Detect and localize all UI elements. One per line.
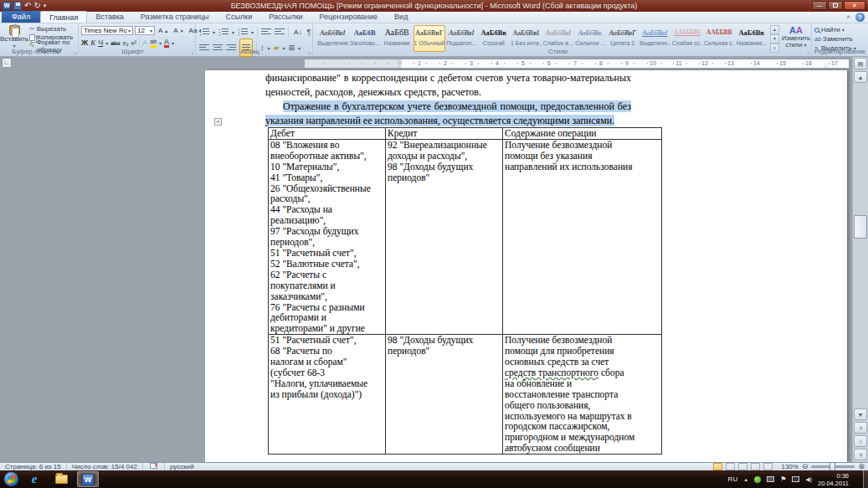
show-marks-button[interactable]: ¶ <box>306 28 311 36</box>
tab-page-layout[interactable]: Разметка страницы <box>132 11 218 23</box>
highlight-color-button[interactable]: ab <box>150 39 157 48</box>
cell-operation-2[interactable]: Получение безвозмездной помощи для приоб… <box>503 335 662 455</box>
paragraph-line[interactable]: финансирование" в корреспонденции с дебе… <box>265 71 631 85</box>
zoom-in-icon[interactable]: ⊕ <box>858 463 865 470</box>
previous-page-icon[interactable]: « <box>854 422 867 434</box>
cell-debit-1[interactable]: 08 "Вложения во внеоборотные активы", 10… <box>269 139 386 334</box>
body-text[interactable]: финансирование" в корреспонденции с дебе… <box>265 71 631 128</box>
action-center-flag-icon[interactable]: ⚑ <box>780 475 786 483</box>
paragraph-line[interactable]: ценностей, расходов, денежных средств, р… <box>265 85 631 100</box>
display-icon[interactable] <box>792 476 799 482</box>
print-layout-view-icon[interactable] <box>713 463 722 470</box>
superscript-button[interactable]: x² <box>131 39 137 47</box>
clock[interactable]: 0:3620.04.2011 <box>818 472 849 487</box>
taskbar-word-active[interactable]: W <box>77 471 99 487</box>
tray-status-icon[interactable] <box>754 476 761 483</box>
zoom-level[interactable]: 130% <box>781 463 798 470</box>
gallery-down-icon[interactable]: ▼ <box>770 34 779 44</box>
language-indicator[interactable]: русский <box>165 463 199 471</box>
strikethrough-button[interactable]: abc <box>110 40 120 46</box>
horizontal-ruler[interactable]: 1234567891011121314151617 ▽ △ △ <box>304 59 850 69</box>
scroll-up-icon[interactable]: ▲ <box>854 71 867 83</box>
taskbar-explorer[interactable] <box>50 471 72 487</box>
header-operation[interactable]: Содержание операции <box>503 128 662 140</box>
find-button[interactable]: Найти▾ <box>814 26 845 33</box>
zoom-slider[interactable] <box>811 465 855 468</box>
draft-view-icon[interactable] <box>763 463 773 470</box>
cut-button[interactable]: ✂Вырезать <box>28 25 78 33</box>
right-indent-marker[interactable]: △ <box>824 63 828 69</box>
taskbar-internet-explorer[interactable]: e <box>23 471 45 487</box>
tab-file[interactable]: Файл <box>2 11 40 23</box>
restore-button[interactable] <box>828 1 843 10</box>
speaker-icon[interactable]: ◀) <box>805 476 812 483</box>
font-color-button[interactable]: А <box>164 39 169 48</box>
vertical-scrollbar[interactable]: ▤ ▲ ▼ « ○ » <box>852 57 868 462</box>
select-browse-object-icon[interactable]: ○ <box>854 435 867 447</box>
paragraph-line-selected[interactable]: указания направлений ее использования, о… <box>265 114 631 128</box>
cell-operation-1[interactable]: Получение безвозмездной помощи без указа… <box>503 139 662 334</box>
hanging-indent-marker[interactable]: △ <box>398 63 402 69</box>
tab-references[interactable]: Ссылки <box>218 11 261 23</box>
text-effects-button[interactable]: А <box>142 39 147 47</box>
cell-credit-2[interactable]: 98 "Доходы будущих периодов" <box>386 335 503 455</box>
paragraph-line-selected[interactable]: Отражение в бухгалтерском учете безвозме… <box>265 100 631 114</box>
font-color-dropdown-icon[interactable]: ▾ <box>172 40 174 46</box>
dialog-launcher-icon[interactable]: ⌟ <box>191 49 193 55</box>
header-credit[interactable]: Кредит <box>386 128 503 140</box>
italic-button[interactable]: К <box>90 39 95 47</box>
header-debit[interactable]: Дебет <box>269 128 386 140</box>
tab-view[interactable]: Вид <box>386 11 416 23</box>
tab-home[interactable]: Главная <box>40 11 87 23</box>
scroll-thumb[interactable] <box>854 215 867 239</box>
underline-dropdown-icon[interactable]: ▾ <box>105 40 108 46</box>
fullscreen-view-icon[interactable] <box>726 463 735 470</box>
dialog-launcher-icon[interactable]: ⌟ <box>807 49 809 55</box>
document-page[interactable]: финансирование" в корреспонденции с дебе… <box>205 70 847 462</box>
network-icon[interactable] <box>767 476 774 482</box>
grow-font-button[interactable]: А▲ <box>157 27 170 34</box>
numbering-button[interactable] <box>218 28 229 36</box>
minimize-ribbon-icon[interactable]: ˄ <box>846 13 850 21</box>
dialog-launcher-icon[interactable]: ⌟ <box>308 49 311 55</box>
decrease-indent-button[interactable] <box>261 28 271 36</box>
page-indicator[interactable]: Страница: 6 из 15 <box>0 463 67 471</box>
outline-view-icon[interactable] <box>751 463 760 470</box>
multilevel-list-button[interactable] <box>238 28 248 36</box>
bullets-button[interactable] <box>199 28 209 36</box>
tray-expand-icon[interactable]: ▲ <box>743 477 748 482</box>
gallery-up-icon[interactable]: ▲ <box>770 25 779 34</box>
tab-selector[interactable]: ∟ <box>2 58 12 68</box>
proofing-status[interactable] <box>143 463 165 471</box>
start-button[interactable] <box>4 472 18 486</box>
help-icon[interactable]: ? <box>855 13 865 22</box>
minimize-button[interactable]: — <box>812 1 827 10</box>
sort-button[interactable]: А↓ <box>292 28 303 36</box>
bold-button[interactable]: Ж <box>81 39 88 47</box>
font-family-combo[interactable]: Times New Rc▾ <box>81 26 133 35</box>
next-page-icon[interactable]: » <box>854 449 867 460</box>
word-count[interactable]: Число слов: 15/4 042 <box>67 463 143 471</box>
ruler-toggle-icon[interactable]: ▤ <box>854 58 867 69</box>
shrink-font-button[interactable]: А▼ <box>172 27 185 34</box>
highlight-dropdown-icon[interactable]: ▾ <box>159 40 162 46</box>
web-layout-view-icon[interactable] <box>738 463 747 470</box>
replace-button[interactable]: abЗаменить <box>814 35 853 43</box>
dialog-launcher-icon[interactable]: ⌟ <box>74 49 76 55</box>
tab-insert[interactable]: Вставка <box>87 11 131 23</box>
cell-credit-1[interactable]: 92 "Внереализационные доходы и расходы",… <box>386 139 503 334</box>
tab-review[interactable]: Рецензирование <box>311 11 387 23</box>
zoom-out-icon[interactable]: ⊖ <box>802 463 809 470</box>
language-bar[interactable]: RU <box>728 475 738 483</box>
tab-mailings[interactable]: Рассылки <box>260 11 311 23</box>
close-button[interactable]: ✕ <box>844 1 865 10</box>
underline-button[interactable]: Ч <box>98 39 103 47</box>
scroll-down-icon[interactable]: ▼ <box>854 408 867 420</box>
table-move-handle[interactable]: + <box>214 118 222 126</box>
increase-indent-button[interactable] <box>275 28 285 36</box>
font-size-combo[interactable]: 12▾ <box>135 26 155 35</box>
cell-debit-2[interactable]: 51 "Расчетный счет", 68 "Расчеты по нало… <box>269 335 386 455</box>
show-desktop-button[interactable] <box>863 470 868 488</box>
subscript-button[interactable]: x₂ <box>122 39 128 47</box>
paste-button[interactable]: Вставить ▾ <box>3 25 26 49</box>
